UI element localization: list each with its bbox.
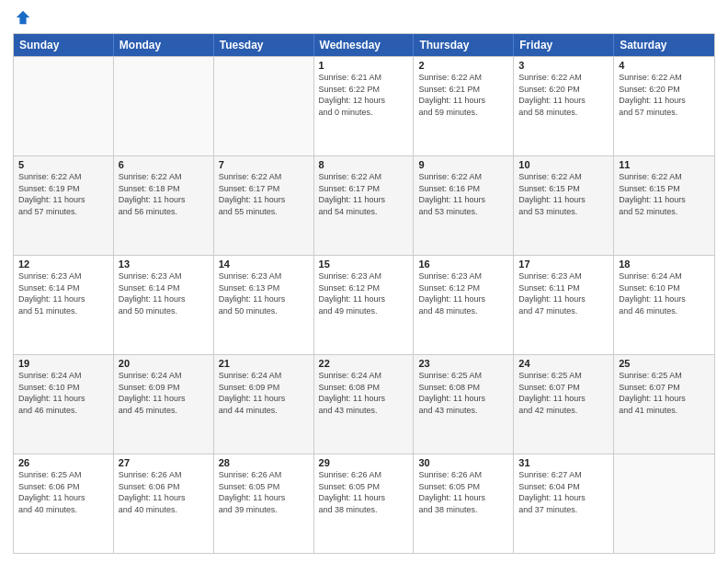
day-number: 28 — [219, 457, 309, 468]
header-day-tuesday: Tuesday — [214, 34, 314, 56]
day-number: 27 — [119, 457, 209, 468]
calendar-day-27: 27Sunrise: 6:26 AMSunset: 6:06 PMDayligh… — [114, 454, 214, 553]
day-info: Sunrise: 6:23 AMSunset: 6:13 PMDaylight:… — [219, 270, 309, 316]
calendar-day-6: 6Sunrise: 6:22 AMSunset: 6:18 PMDaylight… — [114, 156, 214, 255]
calendar-row-2: 5Sunrise: 6:22 AMSunset: 6:19 PMDaylight… — [14, 155, 714, 255]
calendar-day-21: 21Sunrise: 6:24 AMSunset: 6:09 PMDayligh… — [214, 355, 314, 454]
day-info: Sunrise: 6:22 AMSunset: 6:20 PMDaylight:… — [619, 72, 710, 118]
day-number: 3 — [518, 60, 609, 71]
day-info: Sunrise: 6:23 AMSunset: 6:12 PMDaylight:… — [418, 270, 508, 316]
day-info: Sunrise: 6:24 AMSunset: 6:09 PMDaylight:… — [219, 370, 309, 416]
day-number: 8 — [319, 159, 409, 170]
day-info: Sunrise: 6:25 AMSunset: 6:07 PMDaylight:… — [619, 370, 710, 416]
calendar-row-3: 12Sunrise: 6:23 AMSunset: 6:14 PMDayligh… — [14, 255, 714, 354]
calendar-day-10: 10Sunrise: 6:22 AMSunset: 6:15 PMDayligh… — [514, 156, 614, 255]
calendar-day-2: 2Sunrise: 6:22 AMSunset: 6:21 PMDaylight… — [414, 57, 514, 155]
day-info: Sunrise: 6:24 AMSunset: 6:10 PMDaylight:… — [18, 370, 108, 416]
calendar-day-28: 28Sunrise: 6:26 AMSunset: 6:05 PMDayligh… — [214, 454, 314, 553]
calendar-day-17: 17Sunrise: 6:23 AMSunset: 6:11 PMDayligh… — [514, 256, 614, 354]
day-number: 24 — [518, 358, 609, 369]
day-number: 20 — [119, 358, 209, 369]
calendar-day-22: 22Sunrise: 6:24 AMSunset: 6:08 PMDayligh… — [314, 355, 415, 454]
logo-icon — [15, 9, 31, 26]
day-info: Sunrise: 6:26 AMSunset: 6:05 PMDaylight:… — [319, 469, 409, 515]
day-info: Sunrise: 6:23 AMSunset: 6:12 PMDaylight:… — [319, 270, 409, 316]
calendar-day-1: 1Sunrise: 6:21 AMSunset: 6:22 PMDaylight… — [314, 57, 415, 155]
day-number: 4 — [619, 60, 710, 71]
day-number: 12 — [18, 259, 108, 270]
header-day-wednesday: Wednesday — [314, 34, 415, 56]
logo — [13, 9, 31, 26]
day-number: 14 — [219, 259, 309, 270]
calendar-row-5: 26Sunrise: 6:25 AMSunset: 6:06 PMDayligh… — [14, 454, 714, 553]
day-info: Sunrise: 6:23 AMSunset: 6:14 PMDaylight:… — [18, 270, 108, 316]
calendar-day-24: 24Sunrise: 6:25 AMSunset: 6:07 PMDayligh… — [514, 355, 614, 454]
day-info: Sunrise: 6:23 AMSunset: 6:14 PMDaylight:… — [119, 270, 209, 316]
header-day-thursday: Thursday — [414, 34, 514, 56]
calendar-day-13: 13Sunrise: 6:23 AMSunset: 6:14 PMDayligh… — [114, 256, 214, 354]
day-info: Sunrise: 6:22 AMSunset: 6:17 PMDaylight:… — [319, 171, 409, 217]
calendar-day-26: 26Sunrise: 6:25 AMSunset: 6:06 PMDayligh… — [14, 454, 114, 553]
calendar-header: SundayMondayTuesdayWednesdayThursdayFrid… — [14, 34, 714, 56]
day-number: 23 — [418, 358, 508, 369]
day-number: 1 — [319, 60, 409, 71]
day-info: Sunrise: 6:22 AMSunset: 6:21 PMDaylight:… — [418, 72, 508, 118]
day-info: Sunrise: 6:21 AMSunset: 6:22 PMDaylight:… — [319, 72, 409, 118]
calendar-day-7: 7Sunrise: 6:22 AMSunset: 6:17 PMDaylight… — [214, 156, 314, 255]
day-info: Sunrise: 6:22 AMSunset: 6:20 PMDaylight:… — [518, 72, 609, 118]
day-info: Sunrise: 6:22 AMSunset: 6:16 PMDaylight:… — [418, 171, 508, 217]
day-number: 30 — [418, 457, 508, 468]
day-number: 16 — [418, 259, 508, 270]
day-number: 29 — [319, 457, 409, 468]
day-info: Sunrise: 6:26 AMSunset: 6:06 PMDaylight:… — [119, 469, 209, 515]
header-day-saturday: Saturday — [614, 34, 714, 56]
day-number: 31 — [518, 457, 609, 468]
day-info: Sunrise: 6:27 AMSunset: 6:04 PMDaylight:… — [518, 469, 609, 515]
day-info: Sunrise: 6:22 AMSunset: 6:17 PMDaylight:… — [219, 171, 309, 217]
day-info: Sunrise: 6:22 AMSunset: 6:15 PMDaylight:… — [619, 171, 710, 217]
calendar-day-31: 31Sunrise: 6:27 AMSunset: 6:04 PMDayligh… — [514, 454, 614, 553]
day-info: Sunrise: 6:26 AMSunset: 6:05 PMDaylight:… — [219, 469, 309, 515]
day-number: 17 — [518, 259, 609, 270]
day-info: Sunrise: 6:25 AMSunset: 6:06 PMDaylight:… — [18, 469, 108, 515]
day-info: Sunrise: 6:26 AMSunset: 6:05 PMDaylight:… — [418, 469, 508, 515]
day-info: Sunrise: 6:24 AMSunset: 6:10 PMDaylight:… — [619, 270, 710, 316]
calendar-row-1: 1Sunrise: 6:21 AMSunset: 6:22 PMDaylight… — [14, 56, 714, 155]
day-number: 15 — [319, 259, 409, 270]
day-number: 18 — [619, 259, 710, 270]
day-number: 21 — [219, 358, 309, 369]
header-day-friday: Friday — [514, 34, 614, 56]
calendar-empty-cell — [14, 57, 114, 155]
day-number: 2 — [418, 60, 508, 71]
day-number: 7 — [219, 159, 309, 170]
day-info: Sunrise: 6:24 AMSunset: 6:09 PMDaylight:… — [119, 370, 209, 416]
day-info: Sunrise: 6:22 AMSunset: 6:19 PMDaylight:… — [18, 171, 108, 217]
calendar: SundayMondayTuesdayWednesdayThursdayFrid… — [13, 33, 715, 554]
day-number: 6 — [119, 159, 209, 170]
day-number: 10 — [518, 159, 609, 170]
calendar-day-11: 11Sunrise: 6:22 AMSunset: 6:15 PMDayligh… — [614, 156, 714, 255]
calendar-day-20: 20Sunrise: 6:24 AMSunset: 6:09 PMDayligh… — [114, 355, 214, 454]
day-info: Sunrise: 6:25 AMSunset: 6:07 PMDaylight:… — [518, 370, 609, 416]
calendar-day-25: 25Sunrise: 6:25 AMSunset: 6:07 PMDayligh… — [614, 355, 714, 454]
day-info: Sunrise: 6:24 AMSunset: 6:08 PMDaylight:… — [319, 370, 409, 416]
calendar-day-19: 19Sunrise: 6:24 AMSunset: 6:10 PMDayligh… — [14, 355, 114, 454]
page: SundayMondayTuesdayWednesdayThursdayFrid… — [0, 0, 728, 563]
header-day-sunday: Sunday — [14, 34, 114, 56]
day-number: 9 — [418, 159, 508, 170]
day-info: Sunrise: 6:23 AMSunset: 6:11 PMDaylight:… — [518, 270, 609, 316]
calendar-day-4: 4Sunrise: 6:22 AMSunset: 6:20 PMDaylight… — [614, 57, 714, 155]
header-day-monday: Monday — [114, 34, 214, 56]
calendar-day-18: 18Sunrise: 6:24 AMSunset: 6:10 PMDayligh… — [614, 256, 714, 354]
calendar-day-3: 3Sunrise: 6:22 AMSunset: 6:20 PMDaylight… — [514, 57, 614, 155]
day-number: 5 — [18, 159, 108, 170]
calendar-day-8: 8Sunrise: 6:22 AMSunset: 6:17 PMDaylight… — [314, 156, 415, 255]
calendar-row-4: 19Sunrise: 6:24 AMSunset: 6:10 PMDayligh… — [14, 354, 714, 454]
day-number: 26 — [18, 457, 108, 468]
day-number: 25 — [619, 358, 710, 369]
calendar-day-30: 30Sunrise: 6:26 AMSunset: 6:05 PMDayligh… — [414, 454, 514, 553]
calendar-empty-cell — [114, 57, 214, 155]
day-number: 11 — [619, 159, 710, 170]
calendar-empty-cell — [614, 454, 714, 553]
svg-marker-0 — [17, 11, 29, 24]
